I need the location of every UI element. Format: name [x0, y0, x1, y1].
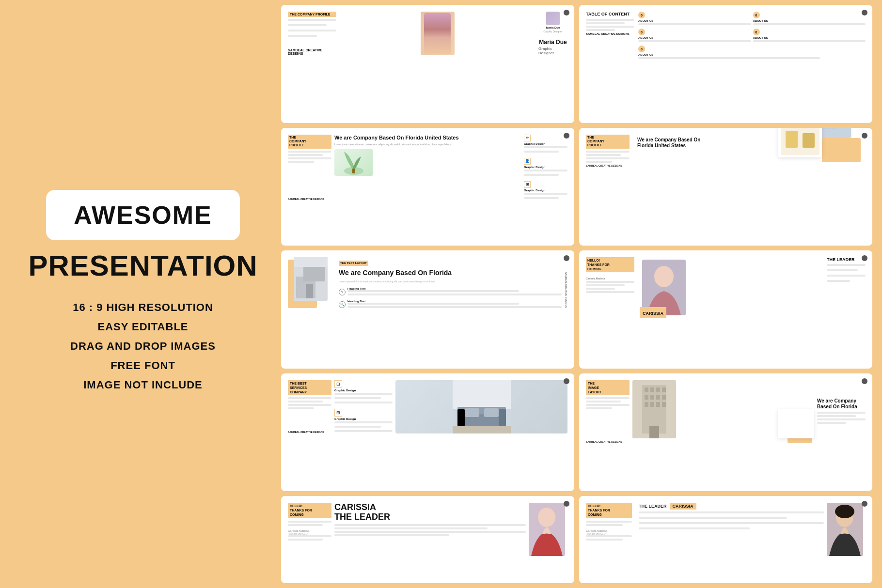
- feature-resolution: 16 : 9 HIGH RESOLUTION: [46, 301, 240, 314]
- slide-services[interactable]: THE BESTSERVICESCOMPANY SAMBEAL CREATIVE…: [281, 373, 574, 492]
- slide-toc[interactable]: TABLE OF CONTENT SAMBEAL CREATIVE DESIGN…: [579, 5, 872, 123]
- h2-ph2: [347, 306, 562, 308]
- hc-badge: HELLO!THANKS FORCOMING: [586, 503, 632, 518]
- hbl1: [288, 521, 331, 523]
- profile-right: Maria Due Graphic Designer Maria Due Gra…: [538, 12, 567, 55]
- svg-rect-26: [645, 387, 648, 392]
- sl2: [288, 401, 323, 402]
- presentation-text: PRESENTATION: [28, 250, 257, 282]
- slide-carissia-leader-big[interactable]: HELLO!THANKS FORCOMING Carissia Marissa …: [281, 496, 574, 583]
- hbc1: [334, 524, 526, 526]
- slide-company-profile[interactable]: THE COMPANY PROFILE SAMBEAL CREATIVE DES…: [281, 5, 574, 123]
- slide-company-plant[interactable]: THECOMPANYPROFILE SAMBEAL CREATIVE DESIG…: [281, 128, 574, 246]
- h1-ph2: [347, 294, 562, 295]
- ilr2: [817, 415, 856, 417]
- service-title-1: Graphic Design: [524, 142, 567, 145]
- carissia-leader-heading: CARISSIATHE LEADER: [334, 503, 526, 522]
- text-layout-inner: THE TEXT LAYOUT We are Company Based On …: [288, 257, 567, 312]
- slide-dot-10: [862, 501, 867, 507]
- maria-due-name: Maria Due: [539, 39, 567, 46]
- cp2: [288, 154, 323, 156]
- spacer: [332, 257, 336, 312]
- service-1: ✏ Graphic Design: [524, 135, 567, 154]
- mini-name-1: Maria Due: [546, 26, 560, 29]
- slide-dot-6: [862, 255, 867, 261]
- hr1: [827, 264, 866, 266]
- hc-center: THE LEADER CARISSIA: [635, 503, 824, 556]
- s3-ph: [524, 193, 567, 195]
- s2-ph: [524, 170, 567, 171]
- toc-item-1: 0 ABOUT US: [638, 12, 751, 27]
- grid-icon: ⊞: [524, 181, 531, 188]
- img-stack-inner: [778, 128, 861, 162]
- img-stack: [778, 128, 861, 162]
- toc-left: TABLE OF CONTENT SAMBEAL CREATIVE DESIGN…: [586, 12, 634, 61]
- toc-ph-4: [753, 40, 866, 42]
- mini-profile-1: Maria Due Graphic Designer: [538, 12, 567, 33]
- profile-tag: THE COMPANY PROFILE: [288, 12, 336, 17]
- plant-image: [334, 149, 373, 176]
- toc-label-1: ABOUT US: [638, 19, 751, 22]
- person-silhouette: [424, 13, 451, 54]
- hcc3: [639, 522, 824, 524]
- slide-company-images[interactable]: THECOMPANYPROFILE SAMBEAL CREATIVE DESIG…: [579, 128, 872, 246]
- company-heading-1: We are Company Based On Florida United S…: [334, 135, 521, 141]
- sc2-ph2: [334, 426, 381, 428]
- carissia-name-label: CARISSIA: [643, 311, 663, 316]
- hello-inner: HELLO!THANKS FORCOMING Carissia Marissa: [586, 257, 866, 320]
- hr2: [827, 269, 858, 271]
- services-left: THE BESTSERVICESCOMPANY SAMBEAL CREATIVE…: [288, 380, 331, 433]
- toc-num-4: 0: [753, 29, 760, 35]
- image-layout-inner: THEIMAGELAYOUT SAMBEAL CREATIVE DESIGNS: [586, 380, 866, 443]
- h1-ph1: [347, 290, 519, 292]
- services-right: [395, 380, 567, 433]
- svg-rect-16: [453, 380, 511, 409]
- img-card-orange: [822, 138, 861, 162]
- toc-num-2: 0: [753, 12, 760, 18]
- cp1: [288, 151, 331, 153]
- search-icon: 🔍: [339, 301, 346, 308]
- hello-badge: HELLO!THANKS FORCOMING: [586, 257, 634, 272]
- feature-font: FREE FONT: [46, 359, 240, 372]
- toc-num-5: 0: [638, 46, 645, 52]
- cp4: [288, 161, 314, 163]
- hbl2: [288, 524, 323, 526]
- company-heading-2: We are Company Based On Florida United S…: [637, 137, 705, 149]
- svg-rect-29: [662, 387, 666, 392]
- hp1: [586, 281, 634, 283]
- hbc2: [334, 527, 488, 529]
- slide-hello-carissia[interactable]: HELLO!THANKS FORCOMING Carissia Marissa …: [579, 496, 872, 583]
- service-card-2: ⊞ Graphic Design: [334, 409, 393, 433]
- company-badge-1: THECOMPANYPROFILE: [288, 135, 331, 149]
- hcc1: [639, 511, 824, 513]
- placeholder-3: [288, 30, 336, 31]
- toc-item-5: 0 ABOUT US: [638, 46, 866, 61]
- image-layout-right: We are Company Based On Florida: [817, 380, 866, 443]
- slide-image-layout[interactable]: THEIMAGELAYOUT SAMBEAL CREATIVE DESIGNS: [579, 373, 872, 492]
- services-inner: THE BESTSERVICESCOMPANY SAMBEAL CREATIVE…: [288, 380, 567, 433]
- slide-dot-2: [862, 10, 867, 15]
- heading-text-1: Heading Text: [347, 287, 562, 297]
- text-layout-left-img: [288, 257, 329, 312]
- ph2: [586, 22, 625, 24]
- ci2: [586, 154, 621, 156]
- hc1: [586, 521, 632, 523]
- company-badge-2: THECOMPANYPROFILE: [586, 135, 630, 149]
- sambeal-toc: SAMBEAL CREATIVE DESIGNS: [586, 32, 634, 35]
- slide-text-layout[interactable]: THE TEXT LAYOUT We are Company Based On …: [281, 250, 574, 369]
- text-layout-body: Lorem ipsum dolor sit amet, consectetur …: [339, 280, 562, 284]
- toc-ph-5: [638, 57, 820, 59]
- placeholder-4: [288, 35, 317, 37]
- company-img-left: THECOMPANYPROFILE SAMBEAL CREATIVE DESIG…: [586, 135, 630, 167]
- sambeal-il: SAMBEAL CREATIVE DESIGNS: [586, 440, 630, 443]
- sc1-ph3: [334, 402, 393, 403]
- slide-hello-coming[interactable]: HELLO!THANKS FORCOMING Carissia Marissa: [579, 250, 872, 369]
- sofa-svg: [453, 380, 511, 433]
- il2: [586, 401, 621, 402]
- s1-ph: [524, 146, 567, 148]
- hc-left: HELLO!THANKS FORCOMING Carissia Marissa …: [586, 503, 632, 556]
- svg-rect-11: [306, 284, 313, 298]
- h2-ph1: [347, 303, 519, 305]
- building-svg: [632, 380, 676, 438]
- service-card-title-1: Graphic Design: [334, 389, 393, 392]
